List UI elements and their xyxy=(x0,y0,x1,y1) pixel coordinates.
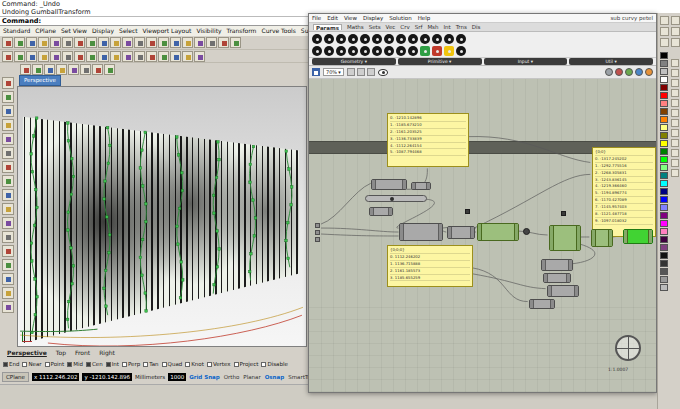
component-gray[interactable] xyxy=(547,285,579,297)
color-swatch[interactable] xyxy=(660,212,668,219)
component-tab[interactable]: Maths xyxy=(347,24,364,30)
wireframe-view-icon[interactable] xyxy=(32,64,43,75)
layers-icon[interactable] xyxy=(660,16,669,25)
select-icon[interactable] xyxy=(2,77,14,89)
osnap-option[interactable]: Cen xyxy=(86,361,103,367)
explode-icon[interactable] xyxy=(2,231,14,243)
move-icon[interactable] xyxy=(182,37,193,48)
copy-object-icon[interactable] xyxy=(194,37,205,48)
menu-item[interactable]: Help xyxy=(418,15,431,21)
boolean-difference-icon[interactable] xyxy=(158,51,169,62)
cplane-button[interactable]: CPlane xyxy=(2,372,29,382)
ribbon-group-label[interactable]: Geometry xyxy=(312,58,396,65)
copy-icon[interactable] xyxy=(2,119,14,131)
mirror-icon[interactable] xyxy=(230,37,241,48)
revolve-icon[interactable] xyxy=(110,51,121,62)
component-gray[interactable] xyxy=(529,299,555,309)
slider-icon[interactable] xyxy=(324,46,334,56)
color-swatch[interactable] xyxy=(660,260,668,267)
color-swatch[interactable] xyxy=(660,84,668,91)
viewport-tab[interactable]: Front xyxy=(75,349,90,357)
input-port[interactable] xyxy=(315,230,320,235)
color-swatch[interactable] xyxy=(660,148,668,155)
notes-icon[interactable] xyxy=(671,38,680,47)
layer-down-icon[interactable] xyxy=(671,89,679,97)
zoom-extents-icon[interactable] xyxy=(367,68,375,76)
sort-icon[interactable] xyxy=(671,139,679,147)
split-icon[interactable] xyxy=(2,203,14,215)
component-loft-green[interactable] xyxy=(549,225,581,251)
color-swatch[interactable] xyxy=(660,140,668,147)
vector-param-icon[interactable] xyxy=(324,34,334,44)
save-icon[interactable] xyxy=(26,37,37,48)
color-swatch[interactable] xyxy=(660,252,668,259)
print-icon[interactable] xyxy=(38,37,49,48)
libraries-icon[interactable] xyxy=(660,38,669,47)
data-panel-b[interactable]: {0;0}0. -1317.2452021. -1292.7755162. -1… xyxy=(592,147,656,237)
hide-icon[interactable] xyxy=(2,301,14,313)
osnap-option[interactable]: Point xyxy=(45,361,65,367)
layer-chip[interactable]: 1000 xyxy=(168,373,186,381)
new-icon[interactable] xyxy=(2,37,13,48)
component-tab[interactable]: Sets xyxy=(369,24,381,30)
undo-icon[interactable] xyxy=(86,37,97,48)
component-params[interactable] xyxy=(371,179,407,190)
pan-icon[interactable] xyxy=(146,37,157,48)
preview-wireframe-icon[interactable] xyxy=(605,68,613,76)
number-slider[interactable] xyxy=(365,195,427,202)
osnap-option[interactable]: Knot xyxy=(185,361,204,367)
paste-icon[interactable] xyxy=(74,37,85,48)
sweep-icon[interactable] xyxy=(122,51,133,62)
zoom-in-icon[interactable] xyxy=(80,64,91,75)
color-swatch[interactable] xyxy=(660,204,668,211)
menu-item[interactable]: Display xyxy=(92,27,114,35)
osnap-option[interactable]: End xyxy=(3,361,19,367)
component-small[interactable] xyxy=(369,207,393,216)
data-panel-a[interactable]: 0. -1210.1428961. -1185.6732102. -1161.2… xyxy=(387,113,469,167)
color-swatch[interactable] xyxy=(660,156,668,163)
collapse-icon[interactable] xyxy=(671,159,679,167)
options-icon[interactable] xyxy=(671,169,679,177)
gradient-icon[interactable] xyxy=(384,46,394,56)
toggle-icon[interactable] xyxy=(348,46,358,56)
cluster-icon[interactable] xyxy=(444,46,454,56)
osnap-option[interactable]: Tan xyxy=(143,361,158,367)
join-icon[interactable] xyxy=(2,217,14,229)
rectangle-icon[interactable] xyxy=(62,51,73,62)
zoom-out-icon[interactable] xyxy=(92,64,103,75)
select-points-icon[interactable] xyxy=(2,91,14,103)
mirror-icon[interactable] xyxy=(2,161,14,173)
grasshopper-canvas[interactable]: 0. -1210.1428961. -1185.6732102. -1161.2… xyxy=(309,79,656,392)
status-toggle[interactable]: Osnap xyxy=(265,374,285,380)
component-tab[interactable]: Params xyxy=(313,24,342,30)
circle-param-icon[interactable] xyxy=(336,34,346,44)
osnap-option[interactable]: Disable xyxy=(261,361,287,367)
polygon-icon[interactable] xyxy=(74,51,85,62)
extrude-icon[interactable] xyxy=(98,51,109,62)
color-swatch[interactable] xyxy=(660,68,668,75)
osnap-option[interactable]: Perp xyxy=(122,361,140,367)
surface-param-icon[interactable] xyxy=(360,34,370,44)
ribbon-group-label[interactable]: Primitive xyxy=(398,58,482,65)
component-tab[interactable]: Srf xyxy=(415,24,423,30)
input-port[interactable] xyxy=(315,223,320,228)
color-swatch[interactable] xyxy=(660,268,668,275)
color-swatch[interactable] xyxy=(660,76,668,83)
loft-icon[interactable] xyxy=(134,51,145,62)
color-swatch[interactable] xyxy=(660,132,668,139)
settings-icon[interactable] xyxy=(635,68,643,76)
osnap-option[interactable]: Quad xyxy=(162,361,183,367)
preview-shaded-icon[interactable] xyxy=(615,68,623,76)
color-swatch[interactable] xyxy=(660,108,668,115)
number-param-icon[interactable] xyxy=(408,34,418,44)
extend-icon[interactable] xyxy=(2,273,14,285)
text-param-icon[interactable] xyxy=(444,34,454,44)
zoom-window-icon[interactable] xyxy=(170,37,181,48)
component-tab[interactable]: Vec xyxy=(386,24,396,30)
menu-item[interactable]: Standard xyxy=(3,27,30,35)
component-tab[interactable]: Dis xyxy=(472,24,481,30)
open-icon[interactable] xyxy=(14,37,25,48)
curve-param-icon[interactable] xyxy=(348,34,358,44)
material-icon[interactable] xyxy=(671,119,679,127)
toggle-node[interactable] xyxy=(465,209,470,214)
